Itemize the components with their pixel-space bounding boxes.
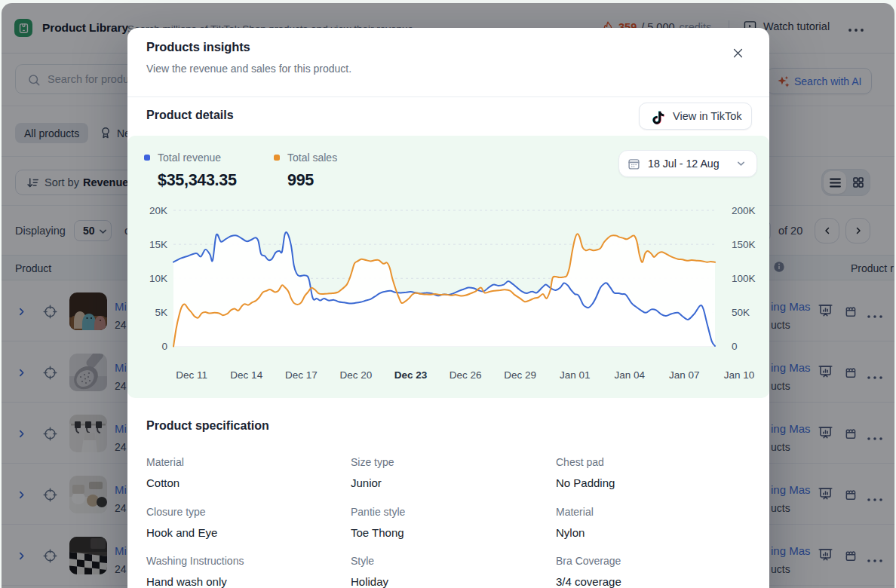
spec-label: Pantie style	[351, 506, 405, 518]
spec-label: Material	[556, 506, 594, 518]
spec-value: Hand wash only	[146, 575, 227, 588]
spec-value: 3/4 coverage	[556, 575, 621, 588]
spec-value: Junior	[351, 476, 382, 489]
spec-label: Chest pad	[556, 456, 604, 468]
product-specification-grid: MaterialCottonSize typeJuniorChest padNo…	[127, 28, 769, 588]
spec-label: Material	[146, 456, 184, 468]
spec-label: Size type	[351, 456, 394, 468]
spec-value: Holiday	[351, 575, 388, 588]
spec-value: Cotton	[146, 476, 180, 489]
spec-value: No Padding	[556, 476, 615, 489]
spec-value: Nylon	[556, 526, 585, 539]
spec-label: Bra Coverage	[556, 555, 621, 567]
spec-label: Closure type	[146, 506, 206, 518]
spec-label: Style	[351, 555, 374, 567]
products-insights-modal: Products insights View the revenue and s…	[127, 28, 769, 588]
spec-label: Washing Instructions	[146, 555, 244, 567]
spec-value: Hook and Eye	[146, 526, 217, 539]
spec-value: Toe Thong	[351, 526, 404, 539]
